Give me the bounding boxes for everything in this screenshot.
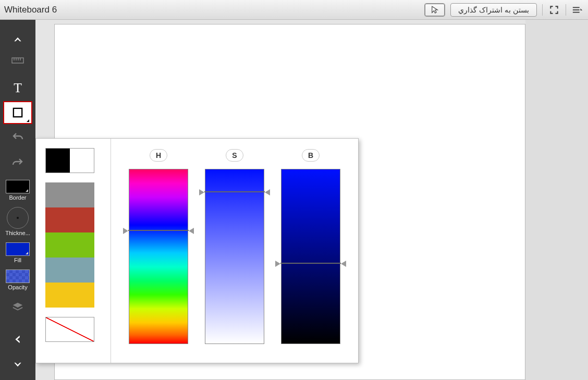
border-swatch <box>6 180 30 193</box>
fill-label: Fill <box>1 257 34 263</box>
layers-button[interactable] <box>3 296 32 318</box>
redo-button[interactable] <box>3 151 32 174</box>
ruler-icon <box>11 57 24 64</box>
color-picker-popup: H S B <box>35 138 359 363</box>
cursor-icon <box>430 5 439 15</box>
preset-swatch[interactable] <box>45 182 94 207</box>
opacity-label: Opacity <box>1 284 34 290</box>
brightness-column: B <box>281 149 340 344</box>
undo-button[interactable] <box>3 126 32 149</box>
separator <box>566 4 566 16</box>
saturation-handle[interactable] <box>199 190 270 194</box>
brightness-label: B <box>302 149 320 162</box>
fill-swatch <box>6 242 30 256</box>
header-right-group: بستن به اشتراک گذاري <box>424 3 584 17</box>
svg-rect-3 <box>12 58 23 63</box>
preset-swatch[interactable] <box>45 232 94 258</box>
right-gutter <box>525 20 588 380</box>
svg-text:T: T <box>14 80 22 95</box>
saturation-column: S <box>205 149 264 344</box>
preset-swatch[interactable] <box>45 207 94 232</box>
preset-swatch[interactable] <box>45 283 94 308</box>
layers-icon <box>11 301 24 313</box>
border-color-control[interactable]: Border <box>3 180 32 201</box>
saturation-slider[interactable] <box>205 169 264 344</box>
thickness-preview <box>7 207 29 229</box>
preset-swatch[interactable] <box>45 258 94 283</box>
pointer-tool-button[interactable] <box>424 3 445 17</box>
pod-menu-button[interactable] <box>571 4 584 16</box>
opacity-swatch <box>6 269 30 283</box>
menu-lines-icon <box>572 5 583 15</box>
no-fill-swatch[interactable] <box>45 317 94 342</box>
hue-column: H <box>129 149 188 344</box>
ruler-tool[interactable] <box>3 53 32 68</box>
separator <box>542 4 543 16</box>
thickness-control[interactable]: Thickne... <box>3 207 32 236</box>
brightness-slider[interactable] <box>281 169 340 344</box>
text-icon: T <box>10 80 25 95</box>
color-picker-presets <box>36 139 111 363</box>
chevron-down-icon <box>11 359 24 370</box>
thickness-label: Thickne... <box>1 230 34 236</box>
collapse-left-button[interactable] <box>3 328 32 351</box>
saturation-label: S <box>226 149 243 162</box>
fill-color-control[interactable]: Fill <box>3 242 32 263</box>
vertical-toolbar: T Border Thickne... Fill Opacity <box>0 20 35 380</box>
rectangle-icon <box>10 105 25 120</box>
expand-corner-icon <box>27 119 29 122</box>
hue-label: H <box>150 149 167 162</box>
border-label: Border <box>1 194 34 201</box>
chevron-left-icon <box>12 334 23 345</box>
hue-slider[interactable] <box>129 169 188 344</box>
chevron-up-icon <box>11 34 24 45</box>
brightness-handle[interactable] <box>275 261 346 265</box>
document-title: Whiteboard 6 <box>4 5 57 15</box>
hsb-sliders: H S B <box>111 139 358 363</box>
redo-icon <box>11 157 24 169</box>
undo-icon <box>11 131 24 144</box>
collapse-up-button[interactable] <box>3 28 32 51</box>
fullscreen-icon <box>549 5 559 15</box>
preset-palette <box>45 182 94 308</box>
current-color-compare[interactable] <box>45 148 94 173</box>
rectangle-tool[interactable] <box>3 101 32 124</box>
current-color-new <box>70 149 94 173</box>
current-color-old <box>46 149 70 173</box>
fullscreen-button[interactable] <box>548 4 560 16</box>
header-bar: Whiteboard 6 بستن به اشتراک گذاري <box>0 0 588 20</box>
opacity-control[interactable]: Opacity <box>3 269 32 290</box>
svg-rect-9 <box>14 108 22 117</box>
hue-handle[interactable] <box>123 228 194 232</box>
expand-down-button[interactable] <box>3 353 32 376</box>
text-tool[interactable]: T <box>3 76 32 99</box>
share-close-button[interactable]: بستن به اشتراک گذاري <box>450 3 537 17</box>
